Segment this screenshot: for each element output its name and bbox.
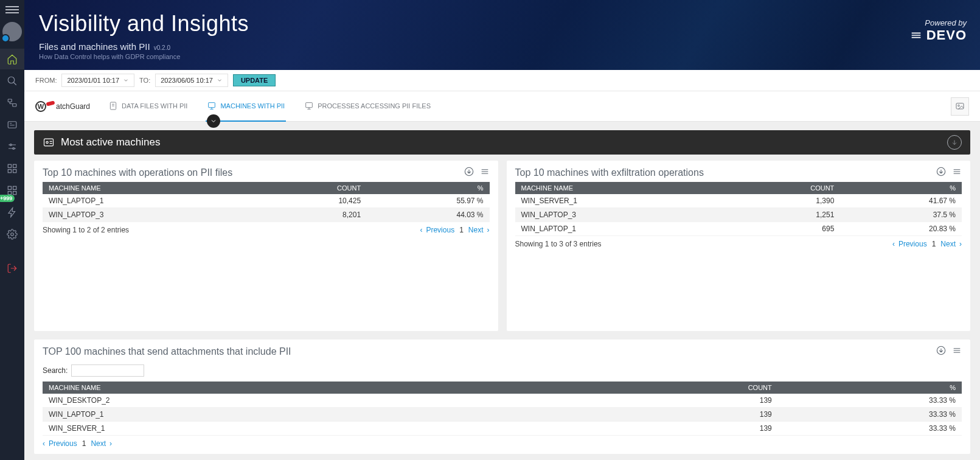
table-row[interactable]: WIN_LAPTOP_169520.83 % [515, 222, 962, 236]
svg-rect-2 [13, 104, 16, 107]
to-date-picker[interactable]: 2023/06/05 10:17 [155, 74, 228, 87]
pager-page[interactable]: 1 [81, 439, 88, 448]
svg-rect-13 [13, 192, 16, 195]
cell-pct: 37.5 % [840, 208, 962, 222]
pager: ‹ Previous 1 Next › [420, 226, 489, 234]
file-icon [108, 101, 118, 111]
table-exfiltration: MACHINE NAME COUNT % WIN_SERVER_11,39041… [515, 182, 962, 236]
cell-count: 10,425 [254, 194, 367, 208]
col-pct[interactable]: % [367, 182, 489, 194]
nav-bolt-icon[interactable] [0, 202, 24, 223]
pager-next-chev-icon[interactable]: › [109, 439, 112, 448]
panel-menu-button[interactable] [952, 346, 962, 357]
svg-rect-7 [13, 164, 16, 167]
pager-prev-chev-icon[interactable]: ‹ [892, 240, 895, 248]
panel-download-button[interactable] [936, 346, 946, 357]
update-button[interactable]: UPDATE [233, 74, 276, 86]
pager-page[interactable]: 1 [931, 240, 937, 248]
svg-rect-20 [44, 139, 54, 146]
cell-pct: 33.33 % [778, 422, 962, 436]
tab-data-files[interactable]: DATA FILES WITH PII [107, 91, 189, 122]
menu-icon [952, 346, 962, 355]
panel-menu-button[interactable] [480, 167, 490, 178]
pager-next[interactable]: Next [468, 226, 484, 234]
cell-count: 1,390 [728, 194, 840, 208]
cell-machine: WIN_SERVER_1 [43, 422, 484, 436]
pager-next[interactable]: Next [91, 439, 106, 448]
nav-home-icon[interactable] [0, 49, 24, 69]
chevron-down-icon [123, 77, 129, 83]
col-pct[interactable]: % [778, 382, 962, 394]
nav-grid1-icon[interactable] [0, 158, 24, 179]
svg-point-14 [11, 233, 14, 236]
nav-flow-icon[interactable] [0, 92, 24, 113]
section-collapse-button[interactable] [947, 135, 962, 150]
table-row[interactable]: WIN_LAPTOP_31,25137.5 % [515, 208, 962, 222]
nav-data-icon[interactable] [0, 114, 24, 135]
pager-prev-chev-icon[interactable]: ‹ [420, 226, 422, 234]
cell-machine: WIN_LAPTOP_1 [43, 194, 254, 208]
col-count[interactable]: COUNT [484, 382, 778, 394]
pager: ‹ Previous 1 Next › [43, 439, 112, 448]
svg-point-21 [46, 141, 48, 143]
svg-rect-8 [8, 170, 11, 173]
nav-logout-icon[interactable] [0, 258, 24, 279]
nav-search-icon[interactable] [0, 71, 24, 91]
table-row[interactable]: WIN_LAPTOP_113933.33 % [43, 408, 962, 422]
search-label: Search: [43, 366, 68, 375]
nav-settings-icon[interactable] [0, 224, 24, 245]
export-image-button[interactable] [951, 97, 969, 116]
machine-icon [207, 101, 217, 111]
panel-download-button[interactable] [936, 167, 946, 178]
panel-download-button[interactable] [464, 167, 474, 178]
panel-title: Top 10 machines with exfiltration operat… [515, 167, 704, 178]
svg-point-19 [958, 105, 960, 106]
tab-expander[interactable] [207, 114, 220, 128]
cell-machine: WIN_SERVER_1 [515, 194, 729, 208]
pager-next-chev-icon[interactable]: › [959, 240, 962, 248]
col-machine[interactable]: MACHINE NAME [43, 182, 254, 194]
from-date-picker[interactable]: 2023/01/01 10:17 [61, 74, 134, 87]
svg-rect-3 [8, 122, 16, 128]
pager-prev-chev-icon[interactable]: ‹ [43, 439, 45, 448]
col-count[interactable]: COUNT [728, 182, 840, 194]
svg-rect-1 [8, 99, 12, 102]
table-row[interactable]: WIN_LAPTOP_38,20144.03 % [43, 208, 490, 222]
col-count[interactable]: COUNT [254, 182, 367, 194]
pager-prev[interactable]: Previous [898, 240, 927, 248]
table-row[interactable]: WIN_SERVER_113933.33 % [43, 422, 962, 436]
tab-processes[interactable]: PROCESSES ACCESSING PII FILES [303, 91, 432, 122]
table-row[interactable]: WIN_DESKTOP_213933.33 % [43, 394, 962, 408]
svg-rect-10 [8, 186, 11, 189]
pager-prev[interactable]: Previous [426, 226, 454, 234]
col-pct[interactable]: % [840, 182, 962, 194]
svg-rect-11 [13, 186, 16, 189]
svg-rect-16 [209, 102, 215, 107]
table-row[interactable]: WIN_SERVER_11,39041.67 % [515, 194, 962, 208]
cell-machine: WIN_LAPTOP_1 [43, 408, 484, 422]
search-input[interactable] [71, 364, 144, 377]
svg-point-0 [8, 77, 15, 83]
section-title: Most active machines [61, 136, 160, 148]
col-machine[interactable]: MACHINE NAME [515, 182, 729, 194]
hamburger-menu-icon[interactable] [3, 4, 21, 16]
pager-next-chev-icon[interactable]: › [487, 226, 490, 234]
filter-bar: FROM: 2023/01/01 10:17 TO: 2023/06/05 10… [24, 70, 980, 91]
nav-badge: +999 [0, 195, 15, 202]
panel-menu-button[interactable] [952, 167, 962, 178]
nav-sliders-icon[interactable] [0, 136, 24, 157]
panel-title: TOP 100 machines that send attachments t… [43, 346, 291, 357]
banner: Visibility and Insights Files and machin… [24, 0, 980, 70]
cell-count: 695 [728, 222, 840, 236]
col-machine[interactable]: MACHINE NAME [43, 382, 484, 394]
table-row[interactable]: WIN_LAPTOP_110,42555.97 % [43, 194, 490, 208]
table-attachments: MACHINE NAME COUNT % WIN_DESKTOP_213933.… [43, 382, 962, 436]
nav-grid2-icon[interactable]: +999 [0, 180, 24, 201]
pager-next[interactable]: Next [940, 240, 956, 248]
avatar[interactable] [2, 22, 22, 41]
pager-page[interactable]: 1 [458, 226, 465, 234]
pager-prev[interactable]: Previous [49, 439, 77, 448]
powered-by: Powered by DEVO [909, 18, 967, 43]
table-info: Showing 1 to 2 of 2 entries [43, 226, 129, 234]
table-info: Showing 1 to 3 of 3 entries [515, 240, 602, 248]
